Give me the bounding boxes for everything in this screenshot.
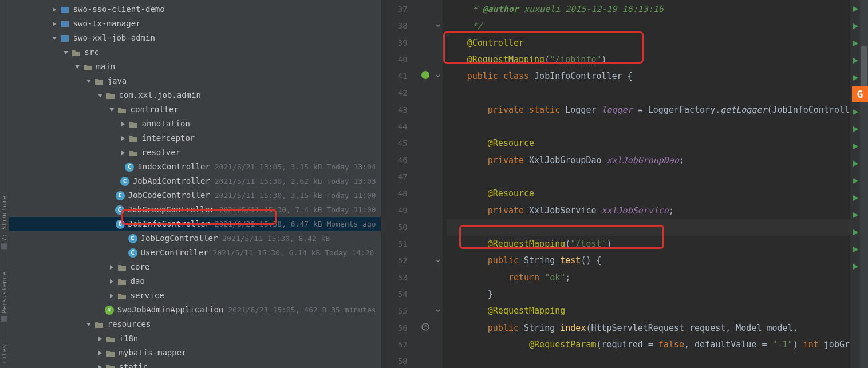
- code-line[interactable]: return "ok";: [447, 270, 850, 286]
- tree-item-indexcontroller[interactable]: CIndexController2021/6/21 13:05, 3.15 kB…: [9, 160, 381, 174]
- chevron-down-icon[interactable]: [106, 105, 117, 115]
- run-gutter-icon[interactable]: [852, 193, 859, 204]
- class-icon: C: [115, 205, 124, 215]
- orange-badge[interactable]: G: [852, 86, 868, 102]
- tree-item-service[interactable]: service: [9, 288, 381, 303]
- chevron-down-icon[interactable]: [95, 90, 105, 101]
- run-gutter-icon[interactable]: [852, 39, 859, 49]
- code-line[interactable]: public String index(HttpServletRequest r…: [447, 320, 850, 337]
- tool-persistence[interactable]: Persistence: [1, 272, 8, 322]
- run-gutter[interactable]: [850, 0, 860, 368]
- chevron-right-icon[interactable]: [118, 133, 128, 144]
- code-line[interactable]: [447, 118, 850, 135]
- code-line[interactable]: @Controller: [447, 35, 850, 52]
- editor-scrollbar[interactable]: [860, 0, 868, 368]
- tree-item-jobinfocontroller[interactable]: CJobInfoController2021/6/21 15:58, 6.47 …: [9, 217, 381, 231]
- run-gutter-icon[interactable]: [852, 211, 859, 221]
- code-line[interactable]: private static Logger logger = LoggerFac…: [447, 102, 850, 118]
- line-number: 53: [381, 270, 419, 286]
- code-line[interactable]: @Resource: [447, 185, 850, 202]
- tree-item-jobcodecontroller[interactable]: CJobCodeController2021/5/11 15:30, 3.15 …: [9, 188, 381, 203]
- tree-item-resolver[interactable]: resolver: [9, 145, 381, 160]
- tree-item-interceptor[interactable]: interceptor: [9, 131, 381, 145]
- fold-toggle-icon[interactable]: [435, 257, 441, 263]
- run-gutter-icon[interactable]: [852, 125, 859, 135]
- code-line[interactable]: [447, 169, 850, 185]
- fold-strip[interactable]: [434, 0, 443, 368]
- chevron-right-icon[interactable]: [118, 119, 128, 129]
- tree-item-java[interactable]: java: [9, 74, 381, 88]
- project-tree-panel[interactable]: swo-sso-client-demoswo-tx-managerswo-xxl…: [9, 0, 381, 368]
- tree-item-usercontroller[interactable]: CUserController2021/5/11 15:30, 6.14 kB …: [9, 246, 381, 260]
- code-line[interactable]: private XxlJobService xxlJobService;: [447, 203, 850, 219]
- tree-item-main[interactable]: main: [9, 60, 381, 74]
- run-gutter-icon[interactable]: [852, 22, 859, 32]
- tree-item-swo-xxl-job-admin[interactable]: swo-xxl-job-admin: [9, 31, 381, 45]
- chevron-right-icon[interactable]: [106, 262, 117, 272]
- chevron-right-icon[interactable]: [106, 276, 117, 287]
- code-line[interactable]: @Resource: [447, 135, 850, 152]
- tree-item-static[interactable]: static: [9, 360, 381, 368]
- fold-toggle-icon[interactable]: [435, 22, 441, 27]
- run-gutter-icon[interactable]: [852, 245, 859, 255]
- tree-item-mybatis-mapper[interactable]: mybatis-mapper: [9, 346, 381, 360]
- chevron-down-icon[interactable]: [84, 76, 94, 86]
- run-gutter-icon[interactable]: [852, 159, 859, 169]
- run-gutter-icon[interactable]: [852, 228, 859, 238]
- tree-item-swo-sso-client-demo[interactable]: swo-sso-client-demo: [9, 2, 381, 17]
- tool-structure[interactable]: 7: Structure: [1, 196, 8, 249]
- chevron-down-icon[interactable]: [61, 48, 71, 58]
- tree-item-jobgroupcontroller[interactable]: CJobGroupController2021/5/11 15:30, 7.4 …: [9, 203, 381, 217]
- web-gutter-icon[interactable]: @: [421, 322, 431, 333]
- tree-item-joblogcontroller[interactable]: CJobLogController2021/5/11 15:30, 8.42 k…: [9, 231, 381, 246]
- tree-item-core[interactable]: core: [9, 260, 381, 274]
- tree-item-i18n[interactable]: i18n: [9, 331, 381, 346]
- tree-item-jobapicontroller[interactable]: CJobApiController2021/5/11 15:30, 2.62 k…: [9, 174, 381, 188]
- code-line[interactable]: @RequestMapping: [447, 303, 850, 319]
- chevron-right-icon[interactable]: [95, 334, 105, 344]
- code-editor[interactable]: 3738394041424344454647484950515253545556…: [381, 0, 868, 368]
- spring-gutter-icon[interactable]: [421, 70, 431, 81]
- code-line[interactable]: */: [447, 18, 850, 34]
- chevron-down-icon[interactable]: [72, 62, 82, 72]
- code-line[interactable]: public String test() {: [447, 252, 850, 269]
- code-line[interactable]: }: [447, 286, 850, 303]
- tree-item-dao[interactable]: dao: [9, 274, 381, 288]
- code-line[interactable]: [447, 353, 850, 368]
- tree-item-controller[interactable]: controller: [9, 102, 381, 117]
- tree-item-src[interactable]: src: [9, 45, 381, 60]
- run-gutter-icon[interactable]: [852, 262, 859, 272]
- tree-item-label: core: [131, 260, 150, 274]
- code-line[interactable]: public class JobInfoController {: [447, 68, 850, 85]
- chevron-right-icon[interactable]: [106, 291, 117, 301]
- run-gutter-icon[interactable]: [852, 73, 859, 84]
- code-line[interactable]: @RequestMapping("/jobinfo"): [447, 52, 850, 68]
- run-gutter-icon[interactable]: [852, 142, 859, 152]
- tree-item-swo-tx-manager[interactable]: swo-tx-manager: [9, 17, 381, 31]
- tree-item-com-xxl-job-admin[interactable]: com.xxl.job.admin: [9, 88, 381, 102]
- chevron-right-icon[interactable]: [49, 19, 60, 29]
- code-line[interactable]: * @author xuxueli 2015-12-19 16:13:16: [447, 1, 850, 18]
- run-gutter-icon[interactable]: [852, 5, 859, 15]
- tree-item-resources[interactable]: resources: [9, 317, 381, 331]
- run-gutter-icon[interactable]: [852, 176, 859, 187]
- code-line[interactable]: @RequestMapping("/test"): [447, 236, 850, 252]
- run-gutter-icon[interactable]: [852, 56, 859, 66]
- fold-toggle-icon[interactable]: [435, 72, 441, 78]
- chevron-right-icon[interactable]: [95, 362, 105, 369]
- run-gutter-icon[interactable]: [852, 108, 859, 118]
- code-line[interactable]: [447, 219, 850, 236]
- code-line[interactable]: @RequestParam(required = false, defaultV…: [447, 337, 850, 353]
- chevron-right-icon[interactable]: [49, 5, 60, 15]
- fold-toggle-icon[interactable]: [435, 307, 441, 312]
- code-line[interactable]: [447, 85, 850, 101]
- code-line[interactable]: private XxlJobGroupDao xxlJobGroupDao;: [447, 152, 850, 169]
- chevron-down-icon[interactable]: [84, 319, 94, 330]
- tree-item-swojobadminapplication[interactable]: ⚘SwoJobAdminApplication2021/6/21 15:05, …: [9, 303, 381, 317]
- chevron-right-icon[interactable]: [95, 348, 105, 358]
- tree-item-annotation[interactable]: annotation: [9, 117, 381, 131]
- chevron-right-icon[interactable]: [118, 148, 128, 158]
- tool-favorites[interactable]: rites: [1, 345, 8, 363]
- code-area[interactable]: * @author xuxueli 2015-12-19 16:13:16 */…: [443, 0, 850, 368]
- chevron-down-icon[interactable]: [49, 33, 60, 43]
